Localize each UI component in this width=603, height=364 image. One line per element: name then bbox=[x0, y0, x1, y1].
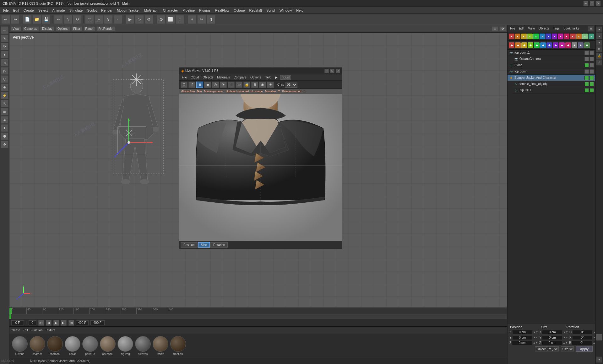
viewport-menu-cameras[interactable]: Cameras bbox=[23, 26, 39, 31]
y-pos-input[interactable] bbox=[512, 335, 533, 340]
go-to-end-btn[interactable]: ⏭ bbox=[68, 320, 74, 326]
frame-start-input[interactable] bbox=[29, 320, 36, 325]
lv-chr-select[interactable]: D1 bbox=[285, 82, 297, 88]
rect-selection-btn[interactable]: ⬜ bbox=[166, 15, 175, 24]
lv-menu-objects[interactable]: Objects bbox=[201, 76, 215, 79]
menu-create[interactable]: Create bbox=[22, 8, 36, 13]
lv-tab-rotation[interactable]: Rotation bbox=[210, 242, 228, 248]
rstrip-btn-1[interactable]: ◄ bbox=[596, 26, 602, 33]
obj-item-octanecam[interactable]: 📷 OctaneCamera bbox=[513, 56, 595, 62]
obj-vis-btn-6[interactable] bbox=[584, 82, 589, 86]
obj-vis-btn-1[interactable] bbox=[584, 51, 589, 55]
left-tool-3[interactable]: ▷ bbox=[1, 67, 8, 75]
material-front[interactable]: front an bbox=[170, 336, 186, 356]
obj-vis-btn-4[interactable] bbox=[584, 69, 589, 74]
lv-restore-btn[interactable]: □ bbox=[330, 69, 334, 73]
edge-mode-btn[interactable]: ∨ bbox=[104, 15, 113, 24]
lv-menu-materials[interactable]: Materials bbox=[216, 76, 231, 79]
obj-item-female[interactable]: ▷ female_final_obj.obj bbox=[513, 81, 595, 87]
left-tool-1[interactable]: ● bbox=[1, 51, 8, 58]
material-octane[interactable]: Octane bbox=[12, 336, 28, 356]
knife-btn[interactable]: ✂ bbox=[197, 15, 206, 24]
obj-strip-icon-12[interactable]: ▲ bbox=[576, 34, 582, 39]
obj-vis-btn-5[interactable] bbox=[584, 76, 589, 80]
mat-menu-edit[interactable]: Edit bbox=[23, 329, 28, 332]
current-frame-input[interactable] bbox=[11, 320, 24, 325]
menu-character[interactable]: Character bbox=[161, 8, 180, 13]
tag-icon-13[interactable]: ■ bbox=[584, 42, 590, 48]
viewport-expand-btn[interactable]: ⊞ bbox=[492, 26, 498, 31]
menu-simulate[interactable]: Simulate bbox=[68, 8, 85, 13]
obj-item-plane[interactable]: ▭ Plane bbox=[508, 62, 595, 68]
viewport-menu-view[interactable]: View bbox=[11, 26, 21, 31]
rstrip-btn-4[interactable]: ⊞ bbox=[596, 46, 602, 52]
z-size-arrow[interactable]: ▲▼ bbox=[563, 341, 568, 344]
left-tool-scale[interactable]: ⤡ bbox=[1, 35, 8, 42]
material-char2[interactable]: charact2 bbox=[47, 336, 63, 356]
mat-menu-texture[interactable]: Texture bbox=[45, 329, 56, 332]
menu-script[interactable]: Script bbox=[264, 8, 277, 13]
obj-strip-icon-9[interactable]: ▲ bbox=[558, 34, 563, 39]
x-size-input[interactable] bbox=[542, 330, 562, 335]
lv-close-btn[interactable]: ✕ bbox=[336, 69, 340, 73]
obj-menu-tags[interactable]: Tags bbox=[552, 27, 561, 30]
scroll-thumb[interactable] bbox=[596, 334, 602, 340]
lv-info-btn[interactable]: ◈ bbox=[267, 82, 274, 88]
left-tool-9[interactable]: ◈ bbox=[1, 116, 8, 124]
menu-help[interactable]: Help bbox=[294, 8, 305, 13]
lv-menu-compare[interactable]: Compare bbox=[232, 76, 248, 79]
viewport-menu-display[interactable]: Display bbox=[40, 26, 54, 31]
add-btn[interactable]: + bbox=[188, 15, 197, 24]
lv-pick-btn[interactable]: ◉ bbox=[259, 82, 266, 88]
obj-item-zip[interactable]: ▷ Zip.OBJ bbox=[513, 87, 595, 94]
left-tool-5[interactable]: ⊕ bbox=[1, 83, 8, 91]
lv-minimize-btn[interactable]: ─ bbox=[324, 69, 329, 73]
obj-lock-btn-6[interactable] bbox=[589, 82, 594, 86]
material-collar[interactable]: collar bbox=[65, 336, 80, 356]
obj-strip-icon-14[interactable]: ▲ bbox=[589, 34, 594, 39]
lv-settings-btn[interactable]: ⚙ bbox=[181, 82, 187, 88]
undo-button[interactable]: ↩ bbox=[1, 15, 10, 24]
obj-item-bomber[interactable]: ◈ Bomber Jacket And Character bbox=[508, 75, 595, 81]
material-access[interactable]: accessoi bbox=[100, 336, 116, 356]
z-pos-arrow[interactable]: ▲▼ bbox=[533, 341, 538, 344]
tag-icon-1[interactable]: ◆ bbox=[509, 42, 514, 48]
lv-focus-btn[interactable]: ◎ bbox=[212, 82, 219, 88]
material-sleeves[interactable]: sleeves bbox=[135, 336, 151, 356]
viewport-config-btn[interactable]: ⚙ bbox=[499, 26, 506, 31]
mat-menu-function[interactable]: Function bbox=[30, 329, 42, 332]
move-tool-btn[interactable]: ↔ bbox=[54, 15, 63, 24]
lv-env-btn[interactable]: ☀ bbox=[220, 82, 227, 88]
rstrip-btn-7[interactable]: ▼ bbox=[596, 356, 602, 363]
obj-menu-view[interactable]: View bbox=[527, 27, 536, 30]
viewport-menu-filter[interactable]: Filter bbox=[71, 26, 82, 31]
tag-icon-10[interactable]: ◆ bbox=[565, 42, 571, 48]
menu-plugins[interactable]: Plugins bbox=[197, 8, 212, 13]
tag-icon-11[interactable]: ■ bbox=[572, 42, 577, 48]
obj-strip-icon-11[interactable]: ▲ bbox=[570, 34, 576, 39]
obj-lock-btn-2[interactable] bbox=[589, 57, 594, 61]
obj-menu-objects[interactable]: Objects bbox=[537, 27, 551, 30]
tag-icon-7[interactable]: ◆ bbox=[546, 42, 552, 48]
lv-refresh-btn[interactable]: ↺ bbox=[188, 82, 195, 88]
obj-strip-icon-13[interactable]: ▲ bbox=[582, 34, 588, 39]
z-size-input[interactable] bbox=[542, 341, 562, 345]
scale-tool-btn[interactable]: ⤡ bbox=[63, 15, 72, 24]
tag-icon-3[interactable]: ◆ bbox=[521, 42, 527, 48]
obj-strip-icon-3[interactable]: ▲ bbox=[521, 34, 527, 39]
obj-vis-btn-7[interactable] bbox=[584, 88, 589, 93]
obj-menu-edit[interactable]: Edit bbox=[518, 27, 525, 30]
obj-lock-btn-4[interactable] bbox=[589, 69, 594, 74]
polygon-mode-btn[interactable]: △ bbox=[95, 15, 103, 24]
frame-end-input[interactable] bbox=[76, 320, 89, 325]
render-settings-btn[interactable]: ⚙ bbox=[144, 15, 153, 24]
lv-menu-help[interactable]: Help bbox=[263, 76, 273, 79]
size-rel-select[interactable]: Size bbox=[561, 346, 574, 351]
left-tool-6[interactable]: ⚡ bbox=[1, 92, 8, 99]
menu-octane[interactable]: Octane bbox=[232, 8, 247, 13]
apply-button[interactable]: Apply bbox=[576, 346, 593, 352]
minimize-button[interactable]: ─ bbox=[584, 1, 588, 6]
rotate-tool-btn[interactable]: ↻ bbox=[73, 15, 82, 24]
lv-compare-btn[interactable]: ⊟ bbox=[251, 82, 258, 88]
viewport-menu-options[interactable]: Options bbox=[56, 26, 70, 31]
